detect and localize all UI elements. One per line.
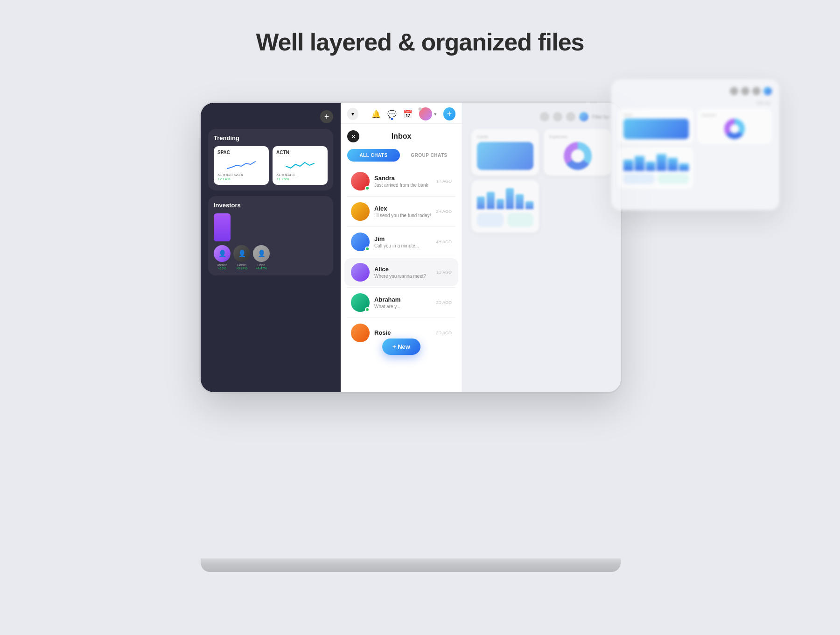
trending-title: Trending <box>214 134 328 141</box>
investors-section: Investors 👤 Brenda +13% 👤 Dani <box>208 196 333 275</box>
sandra-time: 1H AGO <box>436 179 452 183</box>
right-nav-dot-3 <box>566 112 575 121</box>
right-nav-dot-2 <box>553 112 562 121</box>
stock-ticker-actn: ACTN <box>276 150 324 155</box>
left-dashboard-panel: + Trending SPAC X1 = $23,62 <box>201 103 341 392</box>
alice-avatar <box>351 263 370 282</box>
bg-bar-5 <box>668 158 678 171</box>
stock-card-actn[interactable]: ACTN X1 = $14.3... +1.26% <box>273 146 328 185</box>
investor-daniel[interactable]: 👤 Daniel +9.24% <box>233 245 250 270</box>
alice-time: 1D AGO <box>436 270 452 275</box>
chat-list: Sandra Just arrived from the bank 1H AGO… <box>341 164 462 392</box>
abraham-info: Abraham What are y... <box>374 296 431 309</box>
alex-avatar <box>351 202 370 221</box>
stock-ticker-spac: SPAC <box>217 150 265 155</box>
divider-4 <box>347 287 455 288</box>
dash-card-bars <box>471 180 539 233</box>
jim-info: Jim Call you in a minute... <box>374 235 431 248</box>
right-dashboard-panel: Filter by~ Cards Expenses <box>462 103 621 392</box>
user-dropdown-arrow: ▾ <box>434 111 437 117</box>
chat-item-alice[interactable]: Alice Where you wanna meet? 1D AGO <box>344 258 458 286</box>
inbox-title-label: Inbox <box>359 132 443 141</box>
chat-item-abraham[interactable]: Abraham What are y... 2D AGO <box>344 289 458 317</box>
stock-price-actn: X1 = $14.3... <box>276 173 324 177</box>
calendar-icon[interactable]: 📅 <box>403 110 413 119</box>
close-inbox-button[interactable]: ✕ <box>347 130 359 142</box>
donut-chart-visual <box>564 142 592 170</box>
rosie-avatar <box>351 324 370 342</box>
bottom-btn-teal <box>507 213 534 227</box>
bar-6 <box>525 201 533 210</box>
stock-change-actn: +1.26% <box>276 177 324 181</box>
credit-card-visual <box>477 142 533 170</box>
page-title: Well layered & organized files <box>256 28 584 56</box>
divider-2 <box>347 226 455 227</box>
stock-chart-actn <box>276 157 324 171</box>
bg-bar-2 <box>635 156 644 171</box>
chat-item-alex[interactable]: Alex I'll send you the fund today! 2H AG… <box>344 198 458 226</box>
dash-expenses-label: Expenses <box>549 134 606 139</box>
abraham-name: Abraham <box>374 296 431 303</box>
alex-avatar-wrap <box>351 202 370 221</box>
laptop-device: + Trending SPAC X1 = $23,62 <box>163 61 677 574</box>
tab-group-chats[interactable]: GROUP CHATS <box>403 149 455 162</box>
tab-all-chats[interactable]: ALL CHATS <box>347 149 400 162</box>
bg-nav-dot-3 <box>752 87 761 95</box>
rosie-avatar-wrap <box>351 324 370 342</box>
chat-item-sandra[interactable]: Sandra Just arrived from the bank 1H AGO <box>344 167 458 195</box>
bar-2 <box>487 192 495 210</box>
investor-brenda[interactable]: 👤 Brenda +13% <box>214 245 231 270</box>
chat-icon[interactable]: 💬 <box>387 110 397 119</box>
laptop-stand <box>201 563 621 572</box>
background-laptop: Filter by~ Cards Expenses <box>611 79 779 210</box>
stock-card-spac[interactable]: SPAC X1 = $23,623.6 +2.14% <box>214 146 269 185</box>
jim-online-dot <box>365 247 370 251</box>
bar-1 <box>477 197 485 210</box>
dash-card-expenses: Expenses <box>544 129 611 176</box>
user-profile-area[interactable]: ▾ <box>419 107 437 120</box>
bg-card-1: Cards <box>619 109 693 144</box>
inbox-panel: ▾ 🔔 💬 📅 ▾ + ✕ Inbox <box>341 103 462 392</box>
alice-avatar-wrap <box>351 263 370 282</box>
chat-item-jim[interactable]: Jim Call you in a minute... 4H AGO <box>344 228 458 256</box>
abraham-online-dot <box>365 307 370 312</box>
abraham-time: 2D AGO <box>436 300 452 305</box>
rosie-info: Rosie <box>374 329 431 337</box>
right-nav-dot-active <box>579 112 588 121</box>
jim-avatar-wrap <box>351 233 370 251</box>
sandra-avatar-wrap <box>351 172 370 190</box>
abraham-preview: What are y... <box>374 304 431 309</box>
jim-time: 4H AGO <box>436 240 452 244</box>
investor-leyla[interactable]: 👤 Leyla +4.47% <box>253 245 270 270</box>
divider-1 <box>347 196 455 197</box>
alice-name: Alice <box>374 266 431 273</box>
bg-credit-card-vis <box>623 119 689 139</box>
bg-nav-dot-active <box>763 87 772 95</box>
jim-preview: Call you in a minute... <box>374 243 431 248</box>
right-filter-label: Filter by~ <box>592 114 611 120</box>
right-nav-dot-1 <box>540 112 549 121</box>
alice-preview: Where you wanna meet? <box>374 274 431 279</box>
alex-time: 2H AGO <box>436 209 452 214</box>
dash-card-credit: Cards <box>471 129 539 176</box>
bg-card-3 <box>619 148 693 189</box>
new-chat-button[interactable]: + New <box>382 339 420 355</box>
left-add-button[interactable]: + <box>320 110 333 123</box>
bg-bar-6 <box>679 163 689 171</box>
add-new-chat-button[interactable]: + <box>443 107 455 120</box>
divider-5 <box>347 318 455 318</box>
bg-bar-3 <box>646 162 656 171</box>
trending-section: Trending SPAC X1 = $23,623.6 +2.14% <box>208 129 333 190</box>
chat-tabs: ALL CHATS GROUP CHATS <box>341 146 462 164</box>
sandra-name: Sandra <box>374 175 431 182</box>
bell-icon[interactable]: 🔔 <box>371 110 381 119</box>
stock-price-spac: X1 = $23,623.6 <box>217 173 265 177</box>
abraham-avatar-wrap <box>351 293 370 312</box>
laptop-screen-body: + Trending SPAC X1 = $23,62 <box>201 103 621 392</box>
alex-name: Alex <box>374 205 431 212</box>
rosie-time: 2D AGO <box>436 331 452 335</box>
bg-filter-label: Filter by~ <box>619 101 772 105</box>
sandra-preview: Just arrived from the bank <box>374 183 431 188</box>
divider-3 <box>347 257 455 257</box>
nav-dropdown-button[interactable]: ▾ <box>347 108 358 120</box>
